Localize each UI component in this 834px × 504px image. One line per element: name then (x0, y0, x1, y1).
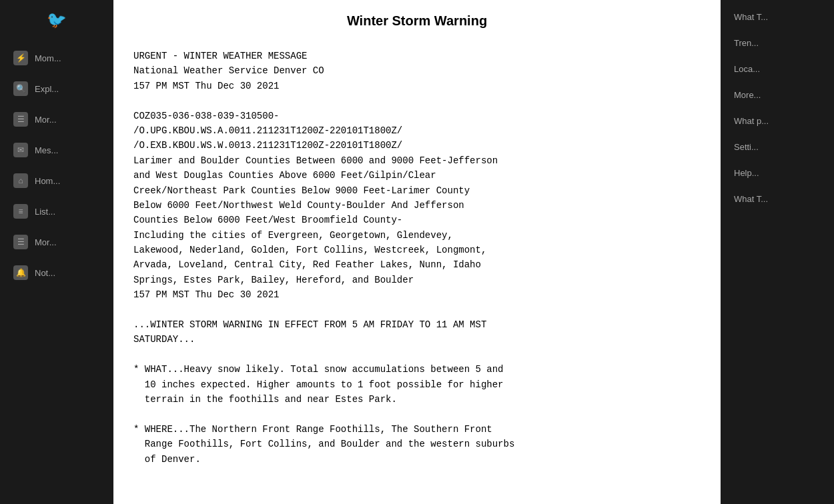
right-label-what1: What T... (734, 12, 768, 22)
twitter-logo-icon: 🐦 (43, 7, 70, 33)
sidebar-item-more2[interactable]: ☰ Mor... (7, 229, 107, 255)
lists-icon: ≡ (13, 204, 28, 219)
moments-icon: ⚡ (13, 51, 28, 65)
right-label-help: Help... (734, 168, 759, 178)
right-label-more: More... (734, 90, 761, 100)
sidebar-item-notifications[interactable]: 🔔 Not... (7, 260, 107, 285)
messages-icon: ✉ (13, 143, 28, 157)
right-label-location: Loca... (734, 64, 760, 74)
modal-title: Winter Storm Warning (133, 13, 701, 35)
right-sidebar: What T... Tren... Loca... More... What p… (721, 0, 834, 504)
sidebar-label-moments: Mom... (35, 53, 61, 63)
right-item-what1[interactable]: What T... (727, 7, 827, 27)
explore-icon: 🔍 (13, 81, 28, 96)
right-item-whatn[interactable]: What T... (727, 189, 827, 209)
sidebar-label-home: Hom... (35, 176, 60, 186)
more2-icon: ☰ (13, 235, 28, 249)
main-content-area: Winter Storm Warning URGENT - WINTER WEA… (113, 0, 721, 504)
right-item-help[interactable]: Help... (727, 163, 827, 183)
weather-text-content: URGENT - WINTER WEATHER MESSAGE National… (133, 49, 701, 467)
sidebar-label-more2: Mor... (35, 237, 57, 247)
right-item-location[interactable]: Loca... (727, 59, 827, 79)
right-item-more[interactable]: More... (727, 85, 827, 105)
sidebar-item-moments[interactable]: ⚡ Mom... (7, 45, 107, 71)
right-item-whatp[interactable]: What p... (727, 111, 827, 131)
notifications-icon: 🔔 (13, 265, 28, 280)
sidebar-label-more1: Mor... (35, 115, 57, 125)
right-label-whatp: What p... (734, 116, 769, 126)
right-item-settings[interactable]: Setti... (727, 137, 827, 157)
right-item-trending[interactable]: Tren... (727, 33, 827, 53)
right-label-whatn: What T... (734, 194, 768, 204)
home-icon: ⌂ (13, 173, 28, 188)
right-label-settings: Setti... (734, 142, 759, 152)
left-sidebar: 🐦 ⚡ Mom... 🔍 Expl... ☰ Mor... ✉ Mes... ⌂… (0, 0, 113, 504)
sidebar-label-lists: List... (35, 207, 55, 217)
sidebar-item-more1[interactable]: ☰ Mor... (7, 107, 107, 132)
more1-icon: ☰ (13, 112, 28, 127)
sidebar-item-explore[interactable]: 🔍 Expl... (7, 76, 107, 101)
sidebar-label-notifications: Not... (35, 268, 55, 278)
sidebar-item-lists[interactable]: ≡ List... (7, 199, 107, 224)
sidebar-item-messages[interactable]: ✉ Mes... (7, 137, 107, 163)
right-label-trending: Tren... (734, 38, 759, 48)
sidebar-item-home[interactable]: ⌂ Hom... (7, 168, 107, 193)
sidebar-label-messages: Mes... (35, 145, 58, 155)
sidebar-label-explore: Expl... (35, 84, 59, 94)
